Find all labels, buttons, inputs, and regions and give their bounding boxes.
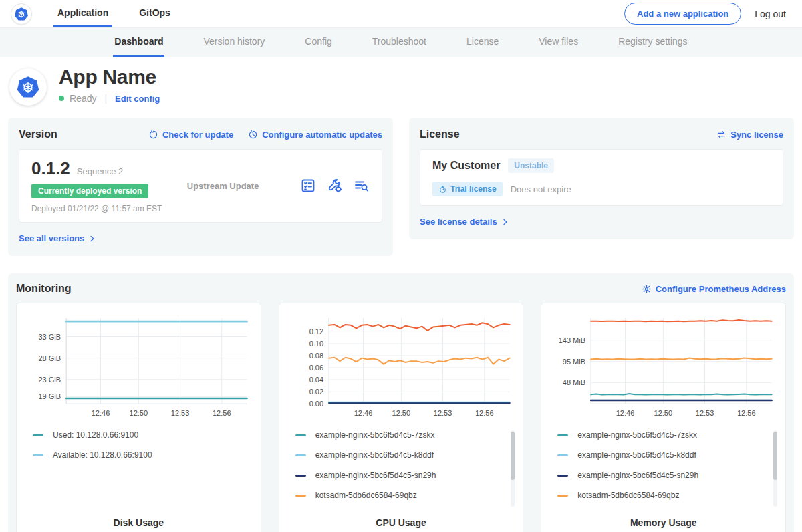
edit-config-link[interactable]: Edit config	[115, 94, 160, 104]
tab-troubleshoot[interactable]: Troubleshoot	[371, 28, 428, 57]
page-title: App Name	[59, 65, 160, 88]
svg-text:95 MiB: 95 MiB	[563, 358, 585, 366]
legend-label: Available: 10.128.0.66:9100	[53, 450, 152, 460]
legend-label: example-nginx-5bc6f5d4c5-k8ddf	[577, 450, 696, 460]
svg-text:0.06: 0.06	[309, 364, 323, 372]
tab-config[interactable]: Config	[303, 28, 333, 57]
svg-text:12:46: 12:46	[354, 409, 372, 417]
svg-text:33 GiB: 33 GiB	[38, 333, 61, 341]
svg-text:12:56: 12:56	[213, 409, 231, 417]
chevron-right-icon	[88, 235, 96, 243]
check-for-update-link[interactable]: Check for update	[148, 130, 233, 140]
legend-swatch	[557, 475, 568, 477]
chart-legend: Used: 10.128.0.66:9100Available: 10.128.…	[25, 429, 253, 511]
legend-label: example-nginx-5bc6f5d4c5-7zskx	[577, 430, 697, 440]
add-application-button[interactable]: Add a new application	[624, 3, 741, 25]
chart-title: Memory Usage	[549, 517, 777, 528]
svg-text:12:53: 12:53	[433, 409, 452, 417]
sync-license-link[interactable]: Sync license	[716, 130, 783, 140]
monitoring-title: Monitoring	[16, 283, 72, 295]
see-license-details-link[interactable]: See license details	[420, 217, 509, 227]
cards-row: Version Check for update Configure autom…	[0, 118, 802, 256]
svg-text:0.08: 0.08	[309, 352, 323, 360]
schedule-update-icon	[248, 130, 258, 140]
sync-arrows-icon	[716, 130, 726, 140]
disk-usage-chart: 12:4612:5012:5312:5633 GiB28 GiB23 GiB19…	[25, 313, 253, 420]
see-all-versions-link[interactable]: See all versions	[19, 233, 96, 243]
legend-label: example-nginx-5bc6f5d4c5-sn29h	[577, 471, 698, 480]
tab-dashboard[interactable]: Dashboard	[113, 28, 164, 57]
svg-text:0.10: 0.10	[309, 340, 323, 348]
chart-legend: example-nginx-5bc6f5d4c5-7zskxexample-ng…	[549, 429, 777, 511]
legend-label: Used: 10.128.0.66:9100	[53, 430, 138, 440]
chart-title: CPU Usage	[287, 517, 515, 528]
legend-swatch	[295, 495, 306, 497]
kubernetes-logo-icon	[16, 75, 40, 99]
legend-swatch	[295, 434, 306, 436]
kubernetes-logo-badge[interactable]	[11, 3, 32, 25]
configure-prometheus-link[interactable]: Configure Prometheus Address	[642, 284, 786, 294]
kubernetes-logo-icon	[14, 7, 29, 21]
legend-item: example-nginx-5bc6f5d4c5-7zskx	[295, 430, 506, 440]
legend-label: kotsadm-5db6dc6584-69qbz	[577, 491, 679, 500]
deployed-badge: Currently deployed version	[31, 184, 148, 198]
license-expiry: Does not expire	[511, 184, 571, 194]
memory-usage-chart: 12:4612:5012:5312:56143 MiB95 MiB48 MiB	[549, 313, 777, 420]
svg-text:19 GiB: 19 GiB	[38, 392, 61, 400]
legend-item: example-nginx-5bc6f5d4c5-sn29h	[557, 471, 768, 480]
svg-text:0.02: 0.02	[309, 388, 323, 396]
legend-scrollbar-thumb[interactable]	[773, 432, 777, 480]
topnav-item-application[interactable]: Application	[53, 0, 112, 27]
config-wrench-icon[interactable]	[327, 178, 343, 194]
app-sub-nav: Dashboard Version history Config Trouble…	[0, 28, 802, 57]
monitoring-section: Monitoring Configure Prometheus Address …	[8, 273, 794, 532]
legend-scrollbar[interactable]	[773, 430, 777, 507]
legend-scrollbar-thumb[interactable]	[511, 432, 515, 480]
legend-swatch	[557, 434, 568, 436]
legend-swatch	[557, 454, 568, 456]
refresh-icon	[148, 130, 158, 140]
top-nav: Application GitOps Add a new application…	[0, 0, 802, 28]
svg-text:12:46: 12:46	[92, 409, 110, 417]
logout-button[interactable]: Log out	[755, 9, 786, 19]
svg-text:12:50: 12:50	[392, 409, 410, 417]
tab-view-files[interactable]: View files	[537, 28, 579, 57]
topnav-item-gitops[interactable]: GitOps	[135, 0, 174, 27]
legend-item: kotsadm-5db6dc6584-69qbz	[295, 491, 506, 500]
svg-text:48 MiB: 48 MiB	[563, 378, 585, 386]
legend-item: example-nginx-5bc6f5d4c5-k8ddf	[557, 450, 768, 460]
view-logs-icon[interactable]	[354, 178, 370, 194]
brand	[11, 0, 32, 27]
svg-text:0.00: 0.00	[309, 400, 323, 408]
svg-text:12:50: 12:50	[130, 409, 148, 417]
version-title: Version	[19, 128, 57, 140]
chart-title: Disk Usage	[25, 517, 253, 528]
legend-item: example-nginx-5bc6f5d4c5-sn29h	[295, 471, 506, 480]
svg-text:12:53: 12:53	[696, 409, 714, 417]
configure-automatic-updates-link[interactable]: Configure automatic updates	[248, 130, 382, 140]
divider: |	[102, 93, 110, 104]
preflight-checks-icon[interactable]	[300, 178, 316, 194]
legend-label: example-nginx-5bc6f5d4c5-7zskx	[315, 430, 435, 440]
chart-card: 12:4612:5012:5312:560.120.100.080.060.04…	[279, 303, 524, 532]
tab-version-history[interactable]: Version history	[202, 28, 266, 57]
legend-scrollbar[interactable]	[511, 430, 515, 507]
svg-text:12:56: 12:56	[475, 409, 494, 417]
legend-item: example-nginx-5bc6f5d4c5-k8ddf	[295, 450, 506, 460]
tab-license[interactable]: License	[465, 28, 500, 57]
legend-item: kotsadm-5db6dc6584-69qbz	[557, 491, 768, 500]
topnav-right: Add a new application Log out	[624, 0, 786, 27]
charts-row: 12:4612:5012:5312:5633 GiB28 GiB23 GiB19…	[16, 303, 786, 532]
version-source: Upstream Update	[187, 181, 300, 191]
license-detail-card: My Customer Unstable Trial license Does …	[420, 149, 783, 206]
chevron-right-icon	[501, 218, 509, 226]
svg-text:12:46: 12:46	[616, 409, 635, 417]
version-card: Version Check for update Configure autom…	[8, 118, 393, 256]
tab-registry-settings[interactable]: Registry settings	[617, 28, 688, 57]
svg-text:0.04: 0.04	[309, 376, 323, 384]
version-number: 0.1.2	[31, 158, 70, 179]
cpu-usage-chart: 12:4612:5012:5312:560.120.100.080.060.04…	[287, 313, 515, 420]
app-header: App Name Ready | Edit config	[0, 57, 802, 118]
legend-item: example-nginx-5bc6f5d4c5-7zskx	[557, 430, 768, 440]
trial-license-badge: Trial license	[432, 182, 503, 196]
